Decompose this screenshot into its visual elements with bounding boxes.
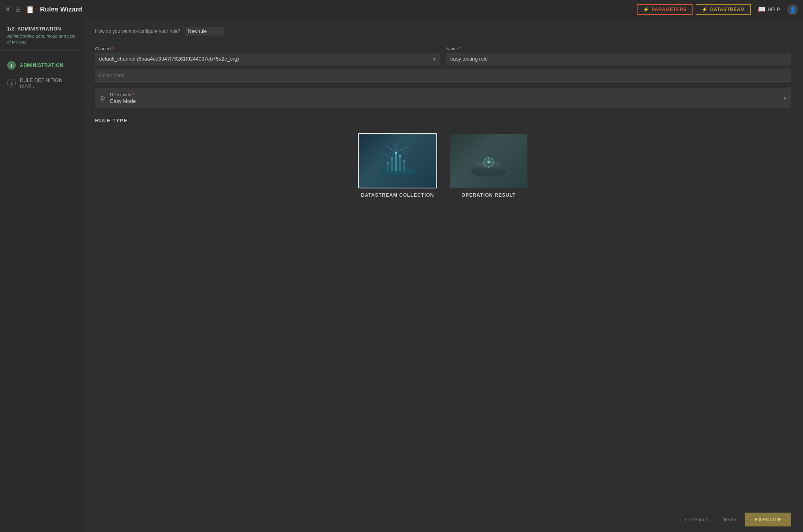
card-label-datastream: DATASTREAM COLLECTION xyxy=(361,192,434,198)
print-icon[interactable]: 🖨 xyxy=(15,5,22,13)
svg-point-12 xyxy=(403,160,405,162)
description-row xyxy=(95,69,791,82)
channel-group: Channel* default_channel (6baa4ed9d47f76… xyxy=(95,46,440,65)
execute-button[interactable]: EXECUTE xyxy=(745,513,791,526)
svg-rect-6 xyxy=(399,156,401,171)
copy-icon[interactable]: 📋 xyxy=(26,5,34,14)
card-image-wrapper-operation xyxy=(449,133,528,188)
sidebar-item-label-2: RULE DEFINITION (EAS... xyxy=(20,78,76,89)
svg-rect-4 xyxy=(395,153,397,171)
channel-name-row: Channel* default_channel (6baa4ed9d47f76… xyxy=(95,46,791,65)
rule-mode-label: Rule mode * xyxy=(110,92,779,97)
sidebar: 1/2: ADMINISTRATION Administrative data,… xyxy=(0,19,83,532)
card-image-operation xyxy=(450,134,527,188)
svg-point-35 xyxy=(487,161,490,163)
divider-1 xyxy=(95,42,791,42)
sidebar-item-label-1: ADMINISTRATION xyxy=(20,63,63,68)
svg-rect-7 xyxy=(403,161,405,171)
channel-select[interactable]: default_channel (6baa4ed9d47f76261f92440… xyxy=(95,53,440,65)
help-icon: 📖 xyxy=(758,6,766,13)
card-label-operation: OPERATION RESULT xyxy=(462,192,516,198)
parameters-button[interactable]: ⚡ PARAMETERS xyxy=(637,4,693,15)
question-label: How do you want to configure your rule? xyxy=(95,28,180,34)
rule-mode-value: Easy Mode xyxy=(110,98,779,104)
step-number-2: 2 xyxy=(7,79,16,87)
svg-rect-30 xyxy=(493,162,495,163)
name-input[interactable] xyxy=(446,53,791,65)
parameters-icon: ⚡ xyxy=(643,7,649,12)
svg-point-13 xyxy=(387,162,389,164)
header-actions: ⚡ PARAMETERS ⚡ DATASTREAM 📖 HELP 👤 xyxy=(637,4,798,15)
card-image-wrapper-datastream xyxy=(358,133,437,188)
datastream-svg xyxy=(374,141,421,180)
rule-type-section-title: RULE TYPE xyxy=(95,118,791,124)
svg-line-15 xyxy=(396,147,407,153)
sidebar-header: 1/2: ADMINISTRATION Administrative data,… xyxy=(0,26,83,51)
rule-mode-icon: ⚙ xyxy=(100,95,105,102)
rule-type-card-datastream[interactable]: DATASTREAM COLLECTION xyxy=(358,133,437,198)
datastream-icon: ⚡ xyxy=(702,7,708,12)
sidebar-section-subtitle: Administrative data, mode and type of th… xyxy=(7,33,76,46)
name-label: Name* xyxy=(446,46,791,51)
app-header: ✕ 🖨 📋 Rules Wizard ⚡ PARAMETERS ⚡ DATAST… xyxy=(0,0,803,19)
rule-mode-dropdown-arrow[interactable]: ▾ xyxy=(784,95,786,101)
svg-rect-27 xyxy=(488,157,489,159)
avatar[interactable]: 👤 xyxy=(787,4,798,15)
previous-arrow-icon: ‹ xyxy=(685,517,687,522)
content-area: How do you want to configure your rule? … xyxy=(83,19,803,532)
sidebar-item-rule-definition[interactable]: 2 RULE DEFINITION (EAS... xyxy=(0,74,83,93)
app-title: Rules Wizard xyxy=(40,6,633,13)
sidebar-section-title: 1/2: ADMINISTRATION xyxy=(7,26,76,32)
svg-rect-29 xyxy=(483,162,485,163)
card-image-datastream xyxy=(359,134,436,188)
channel-select-wrapper: default_channel (6baa4ed9d47f76261f92440… xyxy=(95,53,440,65)
step-number-1: 1 xyxy=(7,61,16,70)
question-row: How do you want to configure your rule? … xyxy=(95,27,791,36)
svg-line-14 xyxy=(386,145,396,153)
next-arrow-icon: › xyxy=(734,517,736,522)
operation-svg xyxy=(465,141,512,180)
svg-rect-8 xyxy=(387,163,389,171)
rule-type-grid: DATASTREAM COLLECTION xyxy=(95,133,791,198)
name-group: Name* xyxy=(446,46,791,65)
svg-rect-28 xyxy=(488,166,489,168)
question-select[interactable]: New rule xyxy=(185,27,225,36)
channel-label: Channel* xyxy=(95,46,440,51)
rule-mode-group: Rule mode * Easy Mode xyxy=(110,92,779,104)
description-input[interactable] xyxy=(95,69,791,82)
rule-type-card-operation[interactable]: OPERATION RESULT xyxy=(449,133,528,198)
svg-rect-5 xyxy=(391,158,393,171)
datastream-button[interactable]: ⚡ DATASTREAM xyxy=(696,4,751,15)
next-button[interactable]: Next › xyxy=(717,513,742,526)
help-button[interactable]: 📖 HELP xyxy=(754,4,784,15)
previous-button[interactable]: ‹ Previous xyxy=(679,513,714,526)
main-layout: 1/2: ADMINISTRATION Administrative data,… xyxy=(0,19,803,532)
content-body: How do you want to configure your rule? … xyxy=(83,19,803,507)
question-select-wrapper: New rule xyxy=(185,27,225,36)
avatar-icon: 👤 xyxy=(790,6,796,13)
svg-line-17 xyxy=(382,153,392,158)
rule-mode-row: ⚙ Rule mode * Easy Mode ▾ xyxy=(95,88,791,108)
close-icon[interactable]: ✕ xyxy=(5,5,11,14)
sidebar-item-administration[interactable]: 1 ADMINISTRATION xyxy=(0,57,83,74)
content-footer: ‹ Previous Next › EXECUTE xyxy=(83,507,803,532)
